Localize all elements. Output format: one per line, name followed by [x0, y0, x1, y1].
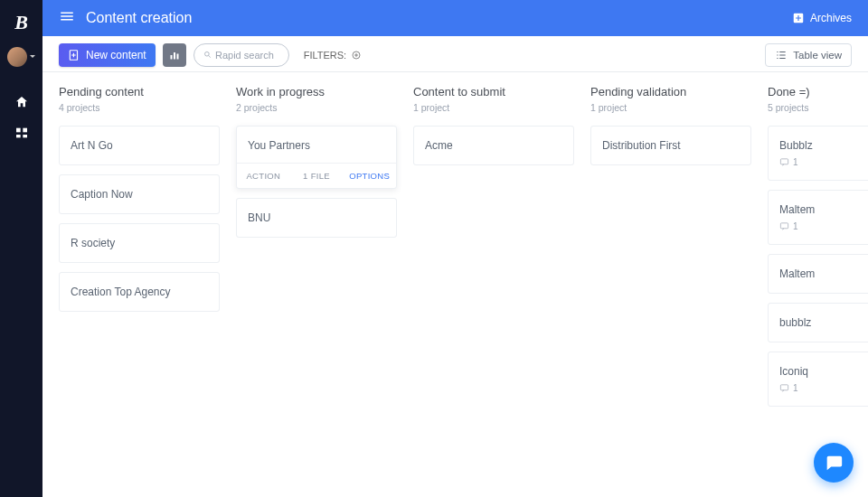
- chat-button[interactable]: [814, 443, 854, 483]
- card-title: Caption Now: [71, 188, 208, 201]
- hamburger-icon: [59, 8, 75, 24]
- menu-toggle[interactable]: [59, 8, 75, 28]
- app-logo: B: [14, 11, 28, 34]
- card[interactable]: Maltem1: [768, 190, 868, 245]
- chat-icon: [824, 453, 844, 473]
- card[interactable]: bubblz: [768, 303, 868, 342]
- card-comments: 1: [779, 383, 864, 393]
- card-file[interactable]: 1 FILE: [290, 164, 344, 188]
- card-action[interactable]: ACTION: [237, 164, 290, 188]
- table-view-label: Table view: [793, 50, 842, 61]
- board-column: Content to submit1 projectAcme: [413, 72, 574, 497]
- archive-icon: [792, 12, 805, 24]
- card[interactable]: Acme: [413, 126, 574, 165]
- nav-boards[interactable]: [0, 117, 42, 148]
- svg-rect-12: [780, 223, 788, 229]
- card[interactable]: Distribution First: [590, 126, 751, 165]
- user-menu[interactable]: [7, 47, 36, 67]
- card[interactable]: BNU: [236, 198, 397, 238]
- stats-button[interactable]: [163, 43, 186, 67]
- card-comments: 1: [779, 221, 864, 231]
- card[interactable]: Bubblz1: [768, 126, 868, 181]
- plus-circle-icon: [351, 50, 362, 61]
- archives-button[interactable]: Archives: [792, 12, 852, 24]
- archives-label: Archives: [810, 12, 852, 24]
- home-icon: [14, 95, 29, 109]
- column-count: 1 project: [413, 102, 574, 113]
- svg-rect-3: [23, 135, 27, 137]
- svg-rect-6: [170, 55, 172, 60]
- chevron-down-icon: [29, 53, 36, 61]
- boards-icon: [14, 126, 29, 140]
- svg-rect-13: [780, 385, 788, 390]
- card-options[interactable]: OPTIONS: [343, 164, 396, 188]
- card-title: Distribution First: [602, 139, 740, 152]
- new-doc-icon: [68, 49, 80, 61]
- card[interactable]: You PartnersACTION1 FILEOPTIONS: [236, 126, 397, 189]
- card[interactable]: Caption Now: [59, 174, 220, 214]
- nav-home[interactable]: [0, 87, 42, 117]
- card[interactable]: Art N Go: [59, 126, 220, 165]
- chart-icon: [169, 50, 180, 61]
- svg-rect-7: [174, 52, 175, 60]
- board-column: Pending validation1 projectDistribution …: [590, 72, 751, 497]
- card-title: bubblz: [779, 316, 864, 329]
- page-title: Content creation: [86, 10, 792, 26]
- card-title: Bubblz: [779, 139, 864, 152]
- svg-rect-0: [16, 128, 21, 133]
- card-title: You Partners: [248, 139, 385, 152]
- card-footer: ACTION1 FILEOPTIONS: [237, 163, 396, 188]
- column-title: Done =): [768, 85, 868, 98]
- column-count: 1 project: [590, 102, 751, 113]
- card-title: BNU: [248, 211, 385, 224]
- board-column: Pending content4 projectsArt N GoCaption…: [59, 72, 220, 497]
- card-title: R society: [71, 237, 208, 249]
- card-comments: 1: [779, 157, 864, 167]
- board-column: Done =)5 projectsBubblz1Maltem1Maltembub…: [768, 72, 868, 497]
- column-title: Pending content: [59, 85, 220, 98]
- card-title: Maltem: [779, 203, 864, 216]
- new-content-button[interactable]: New content: [59, 43, 156, 67]
- list-icon: [775, 49, 788, 61]
- card-title: Art N Go: [71, 139, 208, 152]
- svg-rect-2: [16, 135, 21, 137]
- svg-rect-8: [176, 53, 178, 59]
- comment-icon: [779, 221, 789, 231]
- search-icon: [203, 50, 212, 60]
- avatar: [7, 47, 27, 67]
- card-title: Maltem: [779, 267, 864, 280]
- search-input[interactable]: [215, 50, 279, 61]
- column-title: Pending validation: [590, 85, 751, 98]
- table-view-button[interactable]: Table view: [765, 43, 852, 67]
- comment-icon: [779, 157, 789, 167]
- column-count: 2 projects: [236, 102, 397, 113]
- search-box[interactable]: [193, 43, 289, 67]
- left-nav-rail: B: [0, 0, 42, 497]
- page-header: Content creation Archives: [42, 0, 868, 36]
- comment-icon: [779, 383, 789, 393]
- card[interactable]: R society: [59, 223, 220, 263]
- kanban-board: Pending content4 projectsArt N GoCaption…: [59, 72, 868, 497]
- card-title: Acme: [425, 139, 562, 152]
- card[interactable]: Iconiq1: [768, 352, 868, 407]
- column-count: 5 projects: [768, 102, 868, 113]
- card[interactable]: Maltem: [768, 254, 868, 294]
- column-title: Work in progress: [236, 85, 397, 98]
- column-title: Content to submit: [413, 85, 574, 98]
- column-count: 4 projects: [59, 102, 220, 113]
- filters-label: FILTERS:: [304, 50, 346, 61]
- svg-rect-11: [780, 159, 788, 164]
- filters-toggle[interactable]: FILTERS:: [304, 50, 362, 61]
- svg-rect-1: [23, 128, 27, 133]
- card-title: Iconiq: [779, 365, 864, 378]
- card-title: Creation Top Agency: [71, 286, 208, 298]
- svg-point-9: [204, 52, 209, 56]
- toolbar: New content FILTERS: Table view: [42, 38, 868, 72]
- new-content-label: New content: [86, 49, 146, 61]
- card[interactable]: Creation Top Agency: [59, 272, 220, 312]
- board-column: Work in progress2 projectsYou PartnersAC…: [236, 72, 397, 497]
